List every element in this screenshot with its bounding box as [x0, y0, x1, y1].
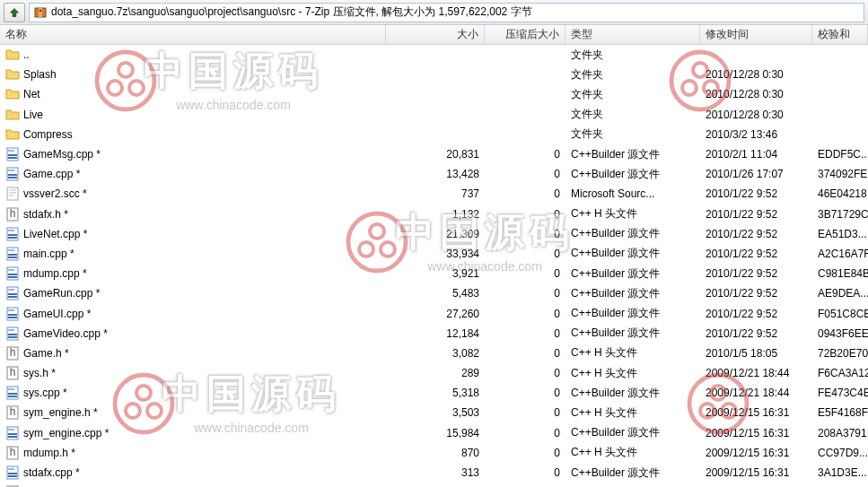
svg-rect-44	[8, 396, 17, 397]
file-packed: 0	[485, 406, 566, 419]
file-crc: 3A1D3E...	[812, 466, 868, 479]
file-name: Game.cpp *	[23, 168, 80, 180]
file-name: mdump.h *	[23, 447, 75, 459]
cpp-icon	[5, 326, 20, 341]
file-date: 2010/1/22 9:52	[700, 228, 812, 240]
svg-rect-21	[8, 249, 14, 251]
file-crc: FE473C4E	[812, 387, 868, 399]
file-packed: 0	[485, 427, 566, 439]
file-name: LiveNet.cpp *	[23, 228, 87, 240]
file-packed: 0	[485, 447, 566, 459]
file-crc: EDDF5C...	[812, 148, 868, 161]
table-row[interactable]: LiveNet.cpp *21,3090C++Builder 源文件2010/1…	[0, 224, 868, 244]
folder-icon	[5, 48, 20, 62]
file-crc: A2C16A7F	[812, 248, 868, 260]
file-crc: EA51D3...	[812, 228, 868, 240]
file-crc: CC97D9...	[812, 447, 868, 459]
file-date: 2010/1/5 18:05	[700, 347, 812, 360]
file-crc: 0943F6EE	[812, 327, 868, 340]
table-row[interactable]: stdafx.cpp *3130C++Builder 源文件2009/12/15…	[0, 463, 868, 483]
table-row[interactable]: GameRun.cpp *5,4830C++Builder 源文件2010/1/…	[0, 283, 868, 303]
file-size: 737	[386, 187, 485, 200]
file-size: 13,428	[386, 168, 485, 180]
svg-text:h: h	[10, 346, 16, 359]
cpp-icon	[5, 266, 20, 281]
file-packed: 0	[485, 248, 566, 260]
header-type[interactable]: 类型	[566, 25, 700, 44]
svg-rect-24	[8, 276, 17, 278]
svg-rect-31	[8, 314, 17, 316]
table-row[interactable]: GameUI.cpp *27,2600C++Builder 源文件2010/1/…	[0, 303, 868, 323]
up-button[interactable]	[4, 3, 25, 22]
table-row[interactable]: Net文件夹2010/12/28 0:30	[0, 84, 868, 104]
file-packed: 0	[485, 267, 566, 280]
file-name: ..	[23, 48, 30, 61]
table-row[interactable]: Game.cpp *13,4280C++Builder 源文件2010/1/26…	[0, 164, 868, 184]
table-row[interactable]: mdump.cpp *3,9210C++Builder 源文件2010/1/22…	[0, 264, 868, 283]
file-type: C++Builder 源文件	[566, 465, 700, 481]
header-size[interactable]: 大小	[386, 25, 485, 44]
file-packed: 0	[485, 287, 566, 300]
header-date[interactable]: 修改时间	[700, 25, 812, 44]
svg-rect-2	[39, 10, 41, 12]
table-row[interactable]: vssver2.scc *7370Microsoft Sourc...2010/…	[0, 184, 868, 204]
file-date: 2009/12/21 18:44	[700, 387, 812, 399]
table-row[interactable]: sys.cpp *5,3180C++Builder 源文件2009/12/21 …	[0, 383, 868, 403]
table-row[interactable]: Live文件夹2010/12/28 0:30	[0, 105, 868, 125]
svg-rect-25	[8, 269, 14, 271]
file-icon	[5, 187, 20, 201]
table-row[interactable]: hstdafx.h *1,1320C++ H 头文件2010/1/22 9:52…	[0, 204, 868, 224]
table-row[interactable]: GameVideo.cpp *12,1840C++Builder 源文件2010…	[0, 324, 868, 344]
table-row[interactable]: Splash文件夹2010/12/28 0:30	[0, 65, 868, 84]
file-name: GameRun.cpp *	[23, 287, 100, 300]
file-type: C++Builder 源文件	[566, 147, 700, 162]
file-name: vssver2.scc *	[23, 187, 87, 200]
svg-rect-15	[8, 234, 17, 236]
path-input[interactable]: dota_sanguo.7z\sanguo\sanguo\project\san…	[29, 3, 864, 22]
file-type: C++Builder 源文件	[566, 306, 700, 321]
file-packed: 0	[485, 187, 566, 200]
table-row[interactable]: hsys.h *2890C++ H 头文件2009/12/21 18:44F6C…	[0, 363, 868, 383]
header-packed[interactable]: 压缩后大小	[485, 25, 566, 44]
svg-rect-6	[8, 150, 14, 152]
table-row[interactable]: hLiveNet.h *2,1490C++ H 头文件2009/12/15 16…	[0, 483, 868, 487]
table-row[interactable]: hmdump.h *8700C++ H 头文件2009/12/15 16:31C…	[0, 443, 868, 463]
table-row[interactable]: hGame.h *3,0820C++ H 头文件2010/1/5 18:0572…	[0, 344, 868, 363]
file-date: 2009/12/15 16:31	[700, 406, 812, 419]
table-row[interactable]: sym_engine.cpp *15,9840C++Builder 源文件200…	[0, 423, 868, 443]
header-name[interactable]: 名称	[0, 25, 386, 44]
file-name: Compress	[23, 128, 73, 141]
svg-rect-9	[8, 177, 17, 178]
file-size: 33,934	[386, 248, 485, 260]
file-packed: 0	[485, 208, 566, 221]
header-crc[interactable]: 校验和	[812, 25, 868, 44]
table-row[interactable]: hsym_engine.h *3,5030C++ H 头文件2009/12/15…	[0, 403, 868, 422]
file-date: 2010/1/22 9:52	[700, 327, 812, 340]
file-type: 文件夹	[566, 126, 700, 142]
svg-rect-55	[8, 473, 17, 474]
file-name: GameVideo.cpp *	[23, 327, 108, 340]
svg-rect-45	[8, 388, 14, 390]
table-row[interactable]: GameMsg.cpp *20,8310C++Builder 源文件2010/2…	[0, 144, 868, 164]
file-type: 文件夹	[566, 107, 700, 122]
file-type: C++ H 头文件	[566, 405, 700, 421]
table-row[interactable]: Compress文件夹2010/3/2 13:46	[0, 125, 868, 144]
file-name: sys.cpp *	[23, 387, 67, 399]
h-icon: h	[5, 346, 20, 361]
archive-icon	[33, 5, 48, 20]
h-icon: h	[5, 207, 20, 222]
file-type: C++Builder 源文件	[566, 386, 700, 401]
file-packed: 0	[485, 228, 566, 240]
svg-text:h: h	[10, 207, 16, 220]
svg-rect-11	[7, 187, 18, 200]
cpp-icon	[5, 465, 20, 480]
svg-rect-20	[8, 257, 17, 258]
file-type: C++ H 头文件	[566, 206, 700, 222]
file-type: C++Builder 源文件	[566, 226, 700, 241]
file-date: 2010/12/28 0:30	[700, 88, 812, 100]
file-name: Live	[23, 109, 43, 121]
file-packed: 0	[485, 466, 566, 479]
table-row[interactable]: main.cpp *33,9340C++Builder 源文件2010/1/22…	[0, 244, 868, 264]
table-row[interactable]: ..文件夹	[0, 45, 868, 65]
file-date: 2009/12/15 16:31	[700, 447, 812, 459]
